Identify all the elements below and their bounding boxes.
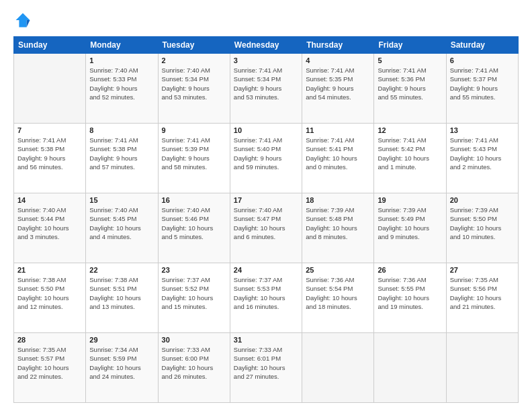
day-info: Sunrise: 7:35 AM Sunset: 5:57 PM Dayligh… xyxy=(17,345,82,381)
day-number: 27 xyxy=(450,266,515,274)
day-info: Sunrise: 7:39 AM Sunset: 5:50 PM Dayligh… xyxy=(450,205,515,241)
day-info: Sunrise: 7:36 AM Sunset: 5:55 PM Dayligh… xyxy=(378,275,442,311)
calendar-header-monday: Monday xyxy=(86,37,158,54)
day-number: 6 xyxy=(450,56,515,64)
calendar-week-2: 7Sunrise: 7:41 AM Sunset: 5:38 PM Daylig… xyxy=(14,124,519,193)
day-number: 4 xyxy=(306,56,370,64)
page: SundayMondayTuesdayWednesdayThursdayFrid… xyxy=(0,0,532,411)
day-info: Sunrise: 7:40 AM Sunset: 5:44 PM Dayligh… xyxy=(17,205,82,241)
day-info: Sunrise: 7:41 AM Sunset: 5:37 PM Dayligh… xyxy=(450,66,515,101)
day-info: Sunrise: 7:38 AM Sunset: 5:51 PM Dayligh… xyxy=(89,275,154,311)
day-info: Sunrise: 7:39 AM Sunset: 5:49 PM Dayligh… xyxy=(378,205,442,241)
day-number: 25 xyxy=(306,266,370,274)
day-info: Sunrise: 7:38 AM Sunset: 5:50 PM Dayligh… xyxy=(17,275,82,311)
calendar-day: 23Sunrise: 7:37 AM Sunset: 5:52 PM Dayli… xyxy=(158,263,230,333)
calendar-day: 20Sunrise: 7:39 AM Sunset: 5:50 PM Dayli… xyxy=(446,193,518,263)
day-info: Sunrise: 7:41 AM Sunset: 5:36 PM Dayligh… xyxy=(378,66,442,101)
calendar-day xyxy=(374,333,446,403)
day-number: 22 xyxy=(89,266,154,274)
day-info: Sunrise: 7:40 AM Sunset: 5:45 PM Dayligh… xyxy=(89,205,154,241)
calendar-header-wednesday: Wednesday xyxy=(230,37,302,54)
calendar-day xyxy=(302,333,374,403)
calendar-week-3: 14Sunrise: 7:40 AM Sunset: 5:44 PM Dayli… xyxy=(14,193,519,263)
day-number: 8 xyxy=(89,126,154,134)
day-info: Sunrise: 7:41 AM Sunset: 5:34 PM Dayligh… xyxy=(234,66,298,101)
day-number: 5 xyxy=(378,56,442,64)
day-info: Sunrise: 7:40 AM Sunset: 5:33 PM Dayligh… xyxy=(89,66,154,101)
calendar-header-saturday: Saturday xyxy=(446,37,518,54)
day-number: 21 xyxy=(17,266,82,274)
svg-marker-1 xyxy=(27,20,30,28)
calendar-day: 16Sunrise: 7:40 AM Sunset: 5:46 PM Dayli… xyxy=(158,193,230,263)
day-number: 9 xyxy=(162,126,226,134)
calendar-day: 19Sunrise: 7:39 AM Sunset: 5:49 PM Dayli… xyxy=(374,193,446,263)
day-info: Sunrise: 7:41 AM Sunset: 5:41 PM Dayligh… xyxy=(306,136,370,171)
calendar-day: 15Sunrise: 7:40 AM Sunset: 5:45 PM Dayli… xyxy=(86,193,158,263)
day-number: 31 xyxy=(234,336,298,344)
calendar-week-5: 28Sunrise: 7:35 AM Sunset: 5:57 PM Dayli… xyxy=(14,333,519,403)
day-number: 28 xyxy=(17,336,82,344)
day-info: Sunrise: 7:39 AM Sunset: 5:48 PM Dayligh… xyxy=(306,205,370,241)
day-number: 24 xyxy=(234,266,298,274)
calendar-day: 2Sunrise: 7:40 AM Sunset: 5:34 PM Daylig… xyxy=(158,54,230,124)
calendar-day xyxy=(446,333,518,403)
logo xyxy=(13,11,35,30)
day-info: Sunrise: 7:41 AM Sunset: 5:38 PM Dayligh… xyxy=(89,136,154,171)
calendar-day: 10Sunrise: 7:41 AM Sunset: 5:40 PM Dayli… xyxy=(230,124,302,193)
day-number: 20 xyxy=(450,196,515,204)
day-info: Sunrise: 7:33 AM Sunset: 6:01 PM Dayligh… xyxy=(234,345,298,381)
calendar-day: 12Sunrise: 7:41 AM Sunset: 5:42 PM Dayli… xyxy=(374,124,446,193)
calendar-day: 26Sunrise: 7:36 AM Sunset: 5:55 PM Dayli… xyxy=(374,263,446,333)
day-number: 3 xyxy=(234,56,298,64)
day-info: Sunrise: 7:41 AM Sunset: 5:35 PM Dayligh… xyxy=(306,66,370,101)
calendar-day: 11Sunrise: 7:41 AM Sunset: 5:41 PM Dayli… xyxy=(302,124,374,193)
day-info: Sunrise: 7:40 AM Sunset: 5:34 PM Dayligh… xyxy=(162,66,226,101)
day-number: 19 xyxy=(378,196,442,204)
day-info: Sunrise: 7:41 AM Sunset: 5:43 PM Dayligh… xyxy=(450,136,515,171)
calendar-day: 28Sunrise: 7:35 AM Sunset: 5:57 PM Dayli… xyxy=(14,333,86,403)
calendar-day: 8Sunrise: 7:41 AM Sunset: 5:38 PM Daylig… xyxy=(86,124,158,193)
calendar-day: 18Sunrise: 7:39 AM Sunset: 5:48 PM Dayli… xyxy=(302,193,374,263)
day-info: Sunrise: 7:34 AM Sunset: 5:59 PM Dayligh… xyxy=(89,345,154,381)
day-info: Sunrise: 7:33 AM Sunset: 6:00 PM Dayligh… xyxy=(162,345,226,381)
calendar-day: 21Sunrise: 7:38 AM Sunset: 5:50 PM Dayli… xyxy=(14,263,86,333)
calendar-day: 7Sunrise: 7:41 AM Sunset: 5:38 PM Daylig… xyxy=(14,124,86,193)
calendar-day: 5Sunrise: 7:41 AM Sunset: 5:36 PM Daylig… xyxy=(374,54,446,124)
calendar-day: 22Sunrise: 7:38 AM Sunset: 5:51 PM Dayli… xyxy=(86,263,158,333)
day-info: Sunrise: 7:36 AM Sunset: 5:54 PM Dayligh… xyxy=(306,275,370,311)
day-number: 10 xyxy=(234,126,298,134)
calendar-day: 4Sunrise: 7:41 AM Sunset: 5:35 PM Daylig… xyxy=(302,54,374,124)
day-info: Sunrise: 7:40 AM Sunset: 5:46 PM Dayligh… xyxy=(162,205,226,241)
day-number: 13 xyxy=(450,126,515,134)
calendar-day: 6Sunrise: 7:41 AM Sunset: 5:37 PM Daylig… xyxy=(446,54,518,124)
calendar-header-row: SundayMondayTuesdayWednesdayThursdayFrid… xyxy=(14,37,519,54)
calendar-day: 24Sunrise: 7:37 AM Sunset: 5:53 PM Dayli… xyxy=(230,263,302,333)
day-number: 17 xyxy=(234,196,298,204)
calendar-day: 17Sunrise: 7:40 AM Sunset: 5:47 PM Dayli… xyxy=(230,193,302,263)
calendar-day: 31Sunrise: 7:33 AM Sunset: 6:01 PM Dayli… xyxy=(230,333,302,403)
day-number: 1 xyxy=(89,56,154,64)
day-number: 15 xyxy=(89,196,154,204)
calendar-day: 27Sunrise: 7:35 AM Sunset: 5:56 PM Dayli… xyxy=(446,263,518,333)
day-number: 18 xyxy=(306,196,370,204)
calendar-week-4: 21Sunrise: 7:38 AM Sunset: 5:50 PM Dayli… xyxy=(14,263,519,333)
calendar-day: 13Sunrise: 7:41 AM Sunset: 5:43 PM Dayli… xyxy=(446,124,518,193)
day-info: Sunrise: 7:41 AM Sunset: 5:40 PM Dayligh… xyxy=(234,136,298,171)
calendar-week-1: 1Sunrise: 7:40 AM Sunset: 5:33 PM Daylig… xyxy=(14,54,519,124)
day-number: 12 xyxy=(378,126,442,134)
day-info: Sunrise: 7:41 AM Sunset: 5:42 PM Dayligh… xyxy=(378,136,442,171)
calendar-day: 3Sunrise: 7:41 AM Sunset: 5:34 PM Daylig… xyxy=(230,54,302,124)
day-number: 11 xyxy=(306,126,370,134)
day-number: 16 xyxy=(162,196,226,204)
day-info: Sunrise: 7:37 AM Sunset: 5:52 PM Dayligh… xyxy=(162,275,226,311)
day-number: 23 xyxy=(162,266,226,274)
day-number: 7 xyxy=(17,126,82,134)
day-info: Sunrise: 7:40 AM Sunset: 5:47 PM Dayligh… xyxy=(234,205,298,241)
calendar-header-friday: Friday xyxy=(374,37,446,54)
day-info: Sunrise: 7:35 AM Sunset: 5:56 PM Dayligh… xyxy=(450,275,515,311)
calendar-header-tuesday: Tuesday xyxy=(158,37,230,54)
day-number: 29 xyxy=(89,336,154,344)
calendar-header-thursday: Thursday xyxy=(302,37,374,54)
day-info: Sunrise: 7:41 AM Sunset: 5:38 PM Dayligh… xyxy=(17,136,82,171)
calendar-day: 30Sunrise: 7:33 AM Sunset: 6:00 PM Dayli… xyxy=(158,333,230,403)
